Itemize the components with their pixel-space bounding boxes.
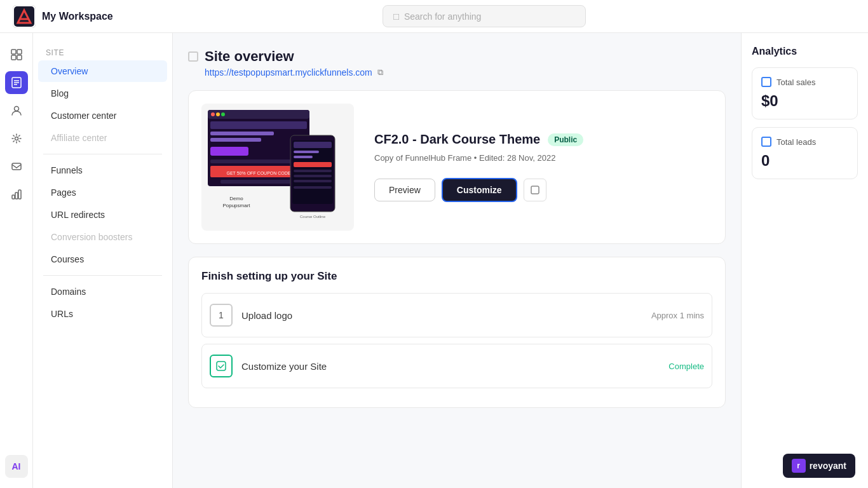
analytics-value-sales: $0 (761, 92, 848, 110)
analytics-value-leads: 0 (761, 152, 848, 170)
nav-section-domains: Domains URLs (33, 281, 172, 325)
svg-rect-27 (210, 147, 248, 156)
setup-item-customize: Customize your Site Complete (201, 344, 712, 388)
sidebar-item-customer-center[interactable]: Customer center (38, 105, 167, 126)
sidebar-item-url-redirects[interactable]: URL redirects (38, 204, 167, 226)
site-actions: Preview Customize (374, 178, 712, 202)
search-placeholder: Search for anything (404, 11, 481, 22)
analytics-label-row-leads: Total leads (761, 137, 848, 147)
icon-btn-ai[interactable]: AI (5, 455, 28, 478)
svg-rect-7 (17, 55, 22, 60)
site-thumbnail: GET 50% OFF COUPON CODE (201, 104, 354, 231)
svg-rect-16 (15, 193, 18, 199)
svg-rect-41 (294, 186, 332, 189)
revoyant-r-icon: r (792, 459, 806, 473)
customize-button[interactable]: Customize (442, 178, 517, 202)
analytics-card-sales: Total sales $0 (752, 67, 858, 119)
svg-point-23 (221, 112, 225, 116)
nav-section-title-site: Site (33, 43, 172, 60)
svg-rect-5 (17, 50, 22, 54)
sidebar-item-domains[interactable]: Domains (38, 281, 167, 302)
svg-rect-39 (294, 175, 332, 177)
icon-sidebar-bottom: AI (5, 455, 28, 478)
analytics-label-leads: Total leads (776, 137, 816, 147)
icon-btn-pages[interactable] (5, 71, 28, 94)
svg-rect-36 (294, 156, 313, 158)
site-url-row: https://testpopupsmart.myclickfunnels.co… (205, 67, 726, 78)
icon-btn-email[interactable] (5, 155, 28, 178)
site-card-inner: GET 50% OFF COUPON CODE (201, 104, 712, 231)
page-header: Site overview (188, 48, 726, 65)
copy-icon[interactable]: ⧉ (377, 67, 383, 78)
svg-text:GET 50% OFF COUPON CODE: GET 50% OFF COUPON CODE (227, 171, 291, 175)
svg-point-12 (14, 107, 18, 111)
svg-rect-24 (210, 121, 307, 129)
sidebar-item-blog[interactable]: Blog (38, 83, 167, 104)
svg-rect-6 (11, 55, 16, 60)
svg-text:Popupsmart: Popupsmart (222, 203, 250, 208)
icon-btn-settings[interactable] (5, 127, 28, 150)
setup-time-upload: Approx 1 mins (651, 311, 704, 320)
nav-section-site: Site Overview Blog Customer center Affil… (33, 43, 172, 149)
revoyant-label: revoyant (810, 461, 846, 471)
sidebar-item-funnels[interactable]: Funnels (38, 159, 167, 181)
setup-title: Finish setting up your Site (201, 270, 712, 283)
setup-item-upload-logo: 1 Upload logo Approx 1 mins (201, 293, 712, 337)
revoyant-logo: r revoyant (783, 454, 855, 478)
setup-card: Finish setting up your Site 1 Upload log… (188, 257, 726, 408)
setup-icon-customize (210, 355, 233, 377)
svg-rect-45 (531, 186, 539, 194)
svg-point-22 (216, 112, 220, 116)
sidebar-item-conversion-boosters: Conversion boosters (38, 226, 167, 248)
svg-rect-14 (12, 163, 21, 170)
icon-btn-grid[interactable] (5, 43, 28, 66)
sidebar-item-overview[interactable]: Overview (38, 60, 167, 82)
site-name-row: CF2.0 - Dark Course Theme Public (374, 132, 712, 147)
topbar: My Workspace □ Search for anything (0, 0, 868, 33)
svg-rect-25 (210, 132, 274, 135)
sidebar-item-affiliate-center: Affiliate center (38, 127, 167, 149)
page-title: Site overview (205, 48, 294, 65)
sidebar-item-urls[interactable]: URLs (38, 303, 167, 325)
svg-rect-34 (294, 142, 332, 148)
svg-text:Demo: Demo (229, 196, 243, 201)
svg-rect-15 (12, 195, 15, 199)
nav-divider-2 (43, 275, 162, 276)
svg-text:Course Outline: Course Outline (300, 215, 326, 219)
page-header-checkbox[interactable] (188, 51, 198, 62)
site-url-link[interactable]: https://testpopupsmart.myclickfunnels.co… (205, 67, 372, 78)
search-icon: □ (393, 11, 399, 22)
analytics-label-row-sales: Total sales (761, 77, 848, 87)
svg-rect-37 (294, 162, 332, 167)
search-bar[interactable]: □ Search for anything (383, 5, 586, 27)
svg-rect-4 (11, 50, 16, 54)
nav-sidebar: Site Overview Blog Customer center Affil… (33, 33, 173, 488)
site-meta: Copy of FunnelHub Frame • Edited: 28 Nov… (374, 153, 712, 163)
sidebar-item-pages[interactable]: Pages (38, 182, 167, 203)
svg-point-21 (211, 112, 215, 116)
preview-button[interactable]: Preview (374, 179, 435, 201)
site-name: CF2.0 - Dark Course Theme (374, 132, 540, 147)
setup-label-customize: Customize your Site (241, 361, 660, 372)
site-card: GET 50% OFF COUPON CODE (188, 90, 726, 244)
svg-rect-40 (294, 180, 332, 182)
setup-complete-status: Complete (668, 362, 704, 371)
site-info: CF2.0 - Dark Course Theme Public Copy of… (374, 132, 712, 202)
main-layout: AI Site Overview Blog Customer center Af… (0, 33, 868, 488)
svg-rect-35 (294, 151, 319, 153)
analytics-panel: Analytics Total sales $0 Total leads 0 (741, 33, 868, 488)
analytics-checkbox-sales[interactable] (761, 77, 771, 87)
sidebar-item-courses[interactable]: Courses (38, 248, 167, 270)
icon-btn-chart[interactable] (5, 183, 28, 206)
analytics-card-leads: Total leads 0 (752, 127, 858, 179)
main-content: Site overview https://testpopupsmart.myc… (173, 33, 741, 488)
svg-point-13 (15, 137, 18, 140)
svg-rect-46 (217, 362, 226, 370)
icon-btn-users[interactable] (5, 99, 28, 122)
setup-icon-upload: 1 (210, 304, 233, 327)
analytics-checkbox-leads[interactable] (761, 137, 771, 147)
workspace-title: My Workspace (42, 11, 113, 22)
svg-rect-17 (18, 190, 21, 199)
logo-icon (13, 5, 36, 28)
site-more-options-button[interactable] (524, 179, 546, 201)
